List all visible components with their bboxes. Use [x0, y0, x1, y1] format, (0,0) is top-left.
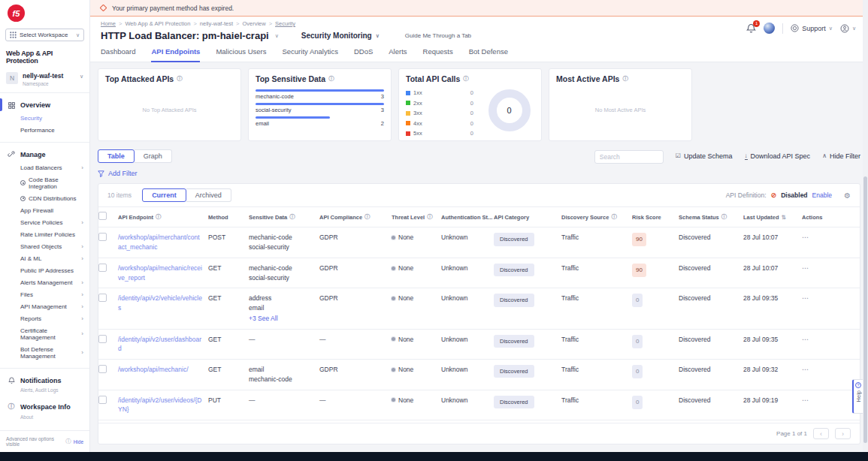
sidebar-item-performance[interactable]: Performance [0, 124, 89, 136]
column-header-actions[interactable]: Actions [802, 214, 835, 221]
info-icon[interactable]: ⓘ [721, 213, 727, 221]
column-header-api-endpoint[interactable]: API Endpointⓘ [118, 213, 208, 221]
info-icon[interactable]: ⓘ [611, 213, 617, 221]
sidebar-item-files[interactable]: Files› [0, 288, 89, 300]
tab-bot-defense[interactable]: Bot Defense [469, 47, 508, 62]
tab-ddos[interactable]: DDoS [354, 47, 373, 62]
sidebar-item-rate-limiter-policies[interactable]: Rate Limiter Policies [0, 228, 89, 240]
row-checkbox[interactable] [98, 264, 107, 272]
row-actions-button[interactable]: ⋯ [802, 234, 809, 241]
sidebar-item-certificate-management[interactable]: Certificate Management› [0, 324, 89, 343]
namespace-selector[interactable]: N nelly-waf-test Namespace ∨ [6, 72, 83, 86]
environment-avatar[interactable] [764, 23, 775, 34]
sidebar-group-manage[interactable]: Manage [0, 147, 89, 161]
sidebar-item-bot-defense-management[interactable]: Bot Defense Management› [0, 343, 89, 362]
api-endpoint-link[interactable]: /identity/api/v2/vehicle/vehicles [118, 294, 202, 312]
api-endpoint-link[interactable]: /workshop/api/mechanic/ [118, 366, 189, 373]
breadcrumb-item[interactable]: Web App & API Protection [125, 20, 190, 27]
enable-link[interactable]: Enable [812, 191, 832, 199]
sidebar-item-public-ip-addresses[interactable]: Public IP Addresses [0, 264, 89, 276]
workspace-selector[interactable]: Select Workspace ∨ [5, 29, 84, 41]
sidebar-item-app-firewall[interactable]: App Firewall [0, 204, 89, 216]
sidebar-group-workspace-info[interactable]: ⓘ Workspace Info [0, 398, 89, 414]
breadcrumb-item[interactable]: Security [275, 20, 295, 27]
breadcrumb-item[interactable]: Home [101, 20, 116, 27]
monitoring-select[interactable]: Security Monitoring ∨ [301, 32, 380, 40]
sidebar-item-service-policies[interactable]: Service Policies› [0, 216, 89, 228]
sidebar-item-reports[interactable]: Reports› [0, 312, 89, 324]
tab-api-endpoints[interactable]: API Endpoints [151, 47, 200, 62]
info-icon[interactable]: ⓘ [289, 213, 295, 221]
api-endpoint-link[interactable]: /identity/api/v2/user/dashboard [118, 336, 201, 353]
next-page-button[interactable]: › [835, 428, 851, 439]
column-header-method[interactable]: Method [208, 214, 249, 221]
sidebar-item-api-management[interactable]: API Management› [0, 300, 89, 312]
update-schema-button[interactable]: ☑ Update Schema [676, 152, 733, 160]
sidebar-item-alerts-management[interactable]: Alerts Management› [0, 276, 89, 288]
row-actions-button[interactable]: ⋯ [802, 294, 809, 302]
scrollbar-thumb[interactable] [863, 176, 867, 443]
hide-filter-button[interactable]: ∧ Hide Filter [822, 152, 860, 160]
f5-logo[interactable]: f5 [8, 5, 25, 22]
hide-nav-link[interactable]: Hide [74, 439, 83, 444]
table-view-button[interactable]: Table [98, 149, 135, 163]
archived-tab[interactable]: Archived [186, 188, 231, 202]
tab-alerts[interactable]: Alerts [389, 47, 407, 62]
api-endpoint-link[interactable]: /workshop/api/merchant/contact_mechanic [118, 234, 200, 251]
row-actions-button[interactable]: ⋯ [802, 366, 809, 373]
help-tab[interactable]: ? Help [852, 379, 863, 414]
add-filter-button[interactable]: Add Filter [98, 170, 860, 177]
row-checkbox[interactable] [98, 294, 107, 302]
row-actions-button[interactable]: ⋯ [802, 336, 809, 343]
current-tab[interactable]: Current [142, 188, 186, 202]
info-icon[interactable]: ⓘ [328, 75, 334, 83]
info-icon[interactable]: ⓘ [156, 213, 162, 221]
info-icon[interactable]: ⓘ [463, 75, 469, 83]
sidebar-item-ai-ml[interactable]: AI & ML› [0, 252, 89, 264]
info-icon[interactable]: ⓘ [427, 213, 433, 221]
sidebar-item-security[interactable]: Security [0, 112, 89, 124]
column-header-api-category[interactable]: API Category [494, 214, 561, 221]
account-menu[interactable]: ∨ [840, 24, 856, 33]
search-input[interactable] [594, 150, 664, 164]
sidebar-item-cdn-distributions[interactable]: CDN Distributions [0, 192, 89, 204]
support-menu[interactable]: Support ∨ [791, 24, 833, 32]
notifications-button[interactable]: 1 [746, 23, 756, 34]
sidebar-item-shared-objects[interactable]: Shared Objects› [0, 240, 89, 252]
column-header-schema-status[interactable]: Schema Statusⓘ [679, 213, 743, 221]
breadcrumb-item[interactable]: nelly-waf-test [200, 20, 233, 27]
api-endpoint-link[interactable]: /workshop/api/mechanic/receive_report [118, 264, 202, 282]
sidebar-item-code-base-integration[interactable]: Code Base Integration [0, 173, 89, 192]
prev-page-button[interactable]: ‹ [813, 428, 829, 439]
row-actions-button[interactable]: ⋯ [802, 396, 809, 404]
select-all-checkbox[interactable] [98, 212, 107, 220]
sort-icon[interactable]: ⇅ [782, 214, 786, 221]
column-header-api-compliance[interactable]: API Complianceⓘ [319, 213, 392, 221]
sidebar-group-notifications[interactable]: Notifications [0, 373, 89, 387]
gear-icon[interactable]: ⚙ [844, 191, 851, 200]
page-scrollbar[interactable] [863, 0, 868, 452]
column-header-sensitive-data[interactable]: Sensitive Dataⓘ [249, 213, 319, 221]
column-header-threat-level[interactable]: Threat Levelⓘ [392, 213, 441, 221]
download-api-spec-button[interactable]: ↓ Download API Spec [745, 152, 811, 160]
row-checkbox[interactable] [98, 335, 107, 343]
row-actions-button[interactable]: ⋯ [802, 264, 809, 272]
tab-security-analytics[interactable]: Security Analytics [282, 47, 337, 62]
column-header-risk-score[interactable]: Risk Score [632, 214, 679, 221]
column-header-discovery-source[interactable]: Discovery Sourceⓘ [561, 213, 632, 221]
tab-malicious-users[interactable]: Malicious Users [216, 47, 266, 62]
api-endpoint-link[interactable]: /identity/api/v2/user/videos/{DYN} [118, 396, 202, 414]
sidebar-item-load-balancers[interactable]: Load Balancers› [0, 161, 89, 173]
row-checkbox[interactable] [98, 233, 107, 241]
tab-dashboard[interactable]: Dashboard [101, 47, 135, 62]
guide-me-link[interactable]: Guide Me Through a Tab [405, 32, 471, 39]
row-checkbox[interactable] [98, 365, 107, 373]
see-all-link[interactable]: +3 See All [249, 314, 313, 324]
column-header-authentication-st-[interactable]: Authentication St... [441, 214, 494, 221]
chevron-down-icon[interactable]: ∨ [275, 33, 279, 38]
sidebar-group-overview[interactable]: Overview [0, 98, 89, 112]
info-icon[interactable]: ⓘ [364, 213, 370, 221]
breadcrumb-item[interactable]: Overview [242, 20, 265, 27]
row-checkbox[interactable] [98, 396, 107, 404]
tab-requests[interactable]: Requests [423, 47, 453, 62]
